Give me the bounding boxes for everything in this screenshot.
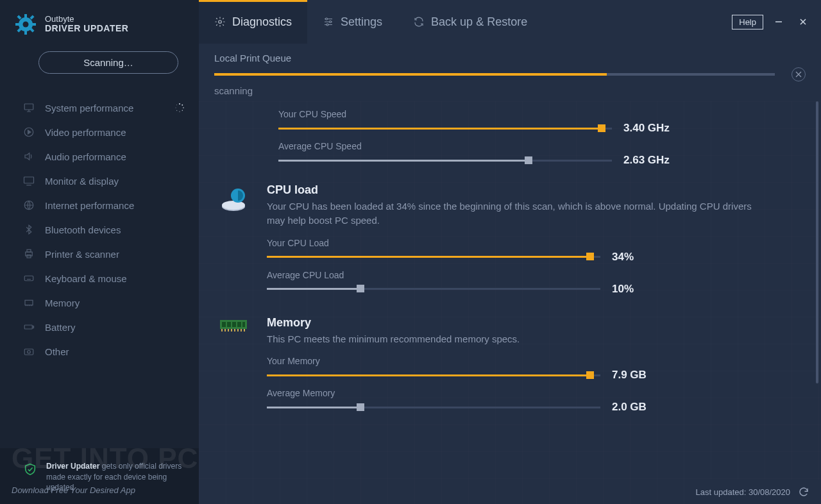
ram-icon — [214, 316, 253, 421]
svg-rect-22 — [26, 252, 33, 256]
sidebar-item-label: Battery — [45, 322, 76, 333]
sidebar-item-label: Bluetooth devices — [45, 224, 121, 235]
svg-point-18 — [176, 105, 177, 105]
sidebar-item-bluetooth[interactable]: Bluetooth devices — [0, 217, 199, 242]
svg-point-33 — [330, 21, 332, 23]
main: Diagnostics Settings Back up & Restore H… — [199, 0, 821, 504]
sidebar-item-label: Audio performance — [45, 151, 126, 162]
last-updated-text: Last updated: 30/08/2020 — [696, 487, 790, 497]
svg-point-16 — [176, 110, 177, 111]
sidebar-item-label: Printer & scanner — [45, 249, 119, 260]
sidebar-item-system[interactable]: System performance — [0, 96, 199, 120]
sidebar-item-label: Monitor & display — [45, 176, 119, 187]
monitor-icon — [23, 102, 35, 113]
svg-rect-43 — [242, 322, 245, 327]
svg-point-11 — [179, 103, 180, 105]
battery-icon — [23, 321, 35, 333]
tab-diagnostics[interactable]: Diagnostics — [199, 0, 307, 44]
help-button[interactable]: Help — [732, 15, 763, 29]
metric-value: 3.40 GHz — [623, 122, 670, 135]
sidebar-item-audio[interactable]: Audio performance — [0, 144, 199, 169]
svg-rect-20 — [24, 177, 34, 183]
tab-bar: Diagnostics Settings Back up & Restore H… — [199, 0, 821, 44]
svg-rect-45 — [224, 329, 226, 332]
svg-rect-23 — [27, 249, 31, 252]
svg-rect-10 — [24, 104, 33, 110]
tab-label: Settings — [341, 15, 382, 29]
logo-text: Outbyte DRIVER UPDATER — [45, 15, 128, 34]
globe-icon — [23, 199, 35, 211]
svg-rect-4 — [15, 23, 19, 26]
section-title: Memory — [267, 316, 806, 330]
sidebar-item-label: Other — [45, 346, 69, 357]
svg-rect-39 — [222, 322, 226, 327]
section-title: CPU load — [267, 183, 806, 197]
svg-point-1 — [23, 22, 29, 28]
cpu-speed-block: Your CPU Speed 3.40 GHz Average CPU Spee… — [278, 109, 806, 167]
svg-rect-51 — [244, 329, 245, 332]
section-desc: Your CPU has been loaded at 34% since th… — [267, 199, 761, 228]
svg-rect-8 — [30, 15, 34, 19]
sidebar-item-battery[interactable]: Battery — [0, 315, 199, 339]
svg-rect-26 — [25, 300, 33, 305]
metric-label: Your CPU Load — [267, 238, 806, 248]
svg-rect-44 — [221, 329, 223, 332]
scan-button[interactable]: Scanning… — [38, 51, 178, 74]
svg-rect-46 — [228, 329, 229, 332]
sidebar-item-monitor[interactable]: Monitor & display — [0, 169, 199, 193]
svg-rect-47 — [231, 329, 232, 332]
brand-name: Outbyte — [45, 15, 128, 24]
svg-point-34 — [326, 24, 328, 26]
svg-rect-5 — [32, 23, 36, 26]
sidebar-item-video[interactable]: Video performance — [0, 120, 199, 144]
shield-check-icon — [23, 462, 37, 476]
svg-point-13 — [183, 107, 184, 108]
metric-label: Average CPU Speed — [278, 141, 806, 151]
svg-rect-48 — [234, 329, 235, 332]
sidebar-item-printer[interactable]: Printer & scanner — [0, 242, 199, 266]
metric-value: 2.63 GHz — [623, 154, 670, 167]
keyboard-icon — [23, 273, 35, 284]
minimize-button[interactable] — [770, 13, 788, 31]
metric-label: Average CPU Load — [267, 270, 806, 280]
svg-rect-27 — [24, 325, 32, 329]
svg-point-32 — [326, 18, 328, 20]
metric-value: 34% — [612, 251, 634, 264]
scan-progress-status: scanning — [214, 85, 806, 96]
content-scroll[interactable]: Your CPU Speed 3.40 GHz Average CPU Spee… — [199, 101, 821, 504]
sidebar-item-label: Keyboard & mouse — [45, 273, 127, 284]
titlebar-controls: Help — [732, 13, 821, 31]
svg-rect-24 — [27, 255, 31, 258]
gear-logo-icon — [14, 13, 37, 36]
svg-rect-50 — [241, 329, 242, 332]
close-button[interactable] — [794, 13, 812, 31]
sidebar-footer: Driver Updater gets only official driver… — [0, 448, 199, 504]
footer-bar: Last updated: 30/08/2020 — [684, 480, 821, 504]
logo-area: Outbyte DRIVER UPDATER — [0, 0, 199, 42]
svg-point-36 — [222, 201, 245, 210]
svg-point-15 — [179, 111, 180, 112]
svg-rect-42 — [237, 322, 241, 327]
sidebar-item-memory[interactable]: Memory — [0, 290, 199, 315]
tab-backup[interactable]: Back up & Restore — [398, 0, 543, 44]
memory-section: Memory This PC meets the minimum recomme… — [214, 316, 806, 421]
cpu-load-section: CPU load Your CPU has been loaded at 34%… — [214, 183, 806, 302]
svg-point-30 — [28, 351, 31, 354]
gear-icon — [214, 16, 226, 28]
cancel-scan-button[interactable] — [791, 67, 806, 81]
tab-settings[interactable]: Settings — [307, 0, 398, 44]
scan-progress-area: Local Print Queue scanning — [199, 44, 821, 101]
svg-rect-28 — [33, 326, 34, 328]
tab-label: Back up & Restore — [431, 15, 527, 29]
sidebar-item-other[interactable]: Other — [0, 339, 199, 364]
sidebar: Outbyte DRIVER UPDATER Scanning… System … — [0, 0, 199, 504]
product-name: DRIVER UPDATER — [45, 24, 128, 33]
display-icon — [23, 175, 35, 187]
sidebar-item-internet[interactable]: Internet performance — [0, 193, 199, 217]
refresh-button[interactable] — [798, 486, 809, 498]
play-icon — [23, 126, 35, 138]
sidebar-item-label: Internet performance — [45, 200, 134, 211]
memory-icon — [23, 297, 35, 308]
bar-track — [278, 160, 612, 162]
sidebar-item-keyboard[interactable]: Keyboard & mouse — [0, 266, 199, 290]
